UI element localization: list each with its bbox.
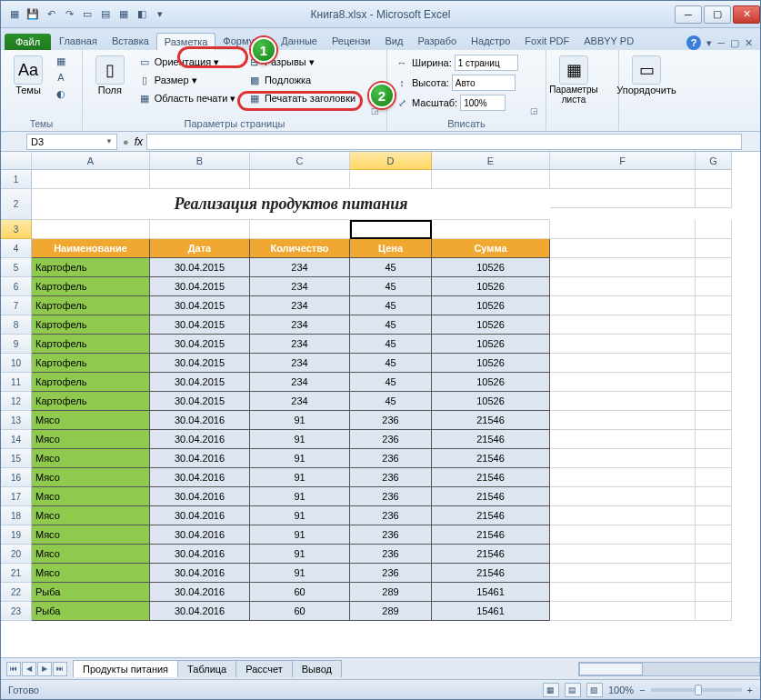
cell-qty[interactable]: 91 <box>250 449 350 468</box>
last-sheet-icon[interactable]: ⏭ <box>53 662 67 676</box>
qat-icon[interactable]: ▤ <box>97 6 114 23</box>
cell-name[interactable]: Рыба <box>32 583 150 602</box>
row-header[interactable]: 9 <box>1 335 32 354</box>
cell-name[interactable]: Мясо <box>32 564 150 583</box>
cell-qty[interactable]: 234 <box>250 277 350 296</box>
arrange-button[interactable]: ▭ Упорядочить <box>625 52 668 95</box>
cell[interactable] <box>696 354 732 373</box>
orientation-button[interactable]: ▭Ориентация ▾ <box>135 54 242 70</box>
cell-sum[interactable]: 10526 <box>432 373 550 392</box>
ribbon-tab[interactable]: Надстро <box>464 33 517 50</box>
cell-price[interactable]: 236 <box>350 506 432 525</box>
redo-icon[interactable]: ↷ <box>61 6 77 23</box>
column-header[interactable]: C <box>250 152 350 170</box>
sheet-options-button[interactable]: ▦ Параметры листа <box>552 52 596 105</box>
cell-qty[interactable]: 234 <box>250 296 350 315</box>
minimize-ribbon-icon[interactable]: ▾ <box>706 37 712 49</box>
ribbon-tab[interactable]: Разметка <box>156 33 216 50</box>
cell-sum[interactable]: 21546 <box>432 411 550 430</box>
cell-date[interactable]: 30.04.2016 <box>150 449 250 468</box>
cell-qty[interactable]: 234 <box>250 258 350 277</box>
ribbon-tab[interactable]: Вставка <box>105 33 156 50</box>
close-button[interactable]: ✕ <box>733 5 760 24</box>
cell[interactable] <box>696 430 732 449</box>
cell-name[interactable]: Картофель <box>32 296 150 315</box>
cell[interactable] <box>150 170 250 189</box>
row-header[interactable]: 16 <box>1 468 32 487</box>
background-button[interactable]: ▩Подложка <box>245 72 381 88</box>
sheet-tab[interactable]: Вывод <box>292 660 342 677</box>
cell[interactable] <box>696 545 732 564</box>
cell-name[interactable]: Картофель <box>32 277 150 296</box>
doc-close-icon[interactable]: ✕ <box>745 37 753 49</box>
cell[interactable] <box>550 602 696 621</box>
page-layout-view-icon[interactable]: ▤ <box>565 683 581 697</box>
row-header[interactable]: 4 <box>1 239 32 258</box>
cell-name[interactable]: Картофель <box>32 373 150 392</box>
colors-icon[interactable]: ▦ <box>54 54 68 68</box>
cell-date[interactable]: 30.04.2016 <box>150 430 250 449</box>
row-header[interactable]: 13 <box>1 411 32 430</box>
size-button[interactable]: ▯Размер ▾ <box>135 72 242 88</box>
cell-name[interactable]: Картофель <box>32 392 150 411</box>
row-header[interactable]: 10 <box>1 354 32 373</box>
cell-qty[interactable]: 91 <box>250 487 350 506</box>
zoom-in-icon[interactable]: + <box>747 685 753 695</box>
cell-qty[interactable]: 234 <box>250 315 350 335</box>
row-header[interactable]: 18 <box>1 506 32 525</box>
cell-date[interactable]: 30.04.2016 <box>150 545 250 564</box>
cell-price[interactable]: 289 <box>350 583 432 602</box>
cell-sum[interactable]: 10526 <box>432 277 550 296</box>
cell-sum[interactable]: 15461 <box>432 602 550 621</box>
cell[interactable] <box>550 545 696 564</box>
cell-name[interactable]: Картофель <box>32 315 150 335</box>
cell-price[interactable]: 45 <box>350 315 432 335</box>
ribbon-tab[interactable]: Данные <box>274 33 325 50</box>
cell[interactable] <box>32 220 150 239</box>
cell-name[interactable]: Мясо <box>32 506 150 525</box>
cell-qty[interactable]: 60 <box>250 583 350 602</box>
cell-price[interactable]: 236 <box>350 468 432 487</box>
cell[interactable] <box>550 239 696 258</box>
cell[interactable] <box>696 487 732 506</box>
zoom-level[interactable]: 100% <box>608 685 634 695</box>
page-break-view-icon[interactable]: ▧ <box>586 683 603 697</box>
doc-min-icon[interactable]: ─ <box>717 37 725 48</box>
cell[interactable] <box>696 449 732 468</box>
qat-icon[interactable]: ▦ <box>115 6 132 23</box>
cell[interactable] <box>550 487 696 506</box>
save-icon[interactable]: 💾 <box>25 6 41 23</box>
margins-button[interactable]: ▯ Поля <box>88 52 132 95</box>
cell-price[interactable]: 236 <box>350 487 432 506</box>
cell-qty[interactable]: 91 <box>250 411 350 430</box>
zoom-slider[interactable] <box>651 688 742 692</box>
row-header[interactable]: 1 <box>1 170 32 189</box>
cell-qty[interactable]: 91 <box>250 468 350 487</box>
maximize-button[interactable]: ▢ <box>704 5 731 24</box>
cell[interactable] <box>550 220 696 239</box>
column-header[interactable]: G <box>696 152 732 170</box>
cell-qty[interactable]: 234 <box>250 354 350 373</box>
cell-price[interactable]: 236 <box>350 525 432 545</box>
cell[interactable] <box>550 525 696 545</box>
column-header[interactable]: D <box>350 152 432 170</box>
cell-name[interactable]: Мясо <box>32 545 150 564</box>
cell-sum[interactable]: 10526 <box>432 392 550 411</box>
qat-icon[interactable]: ▭ <box>79 6 95 23</box>
sheet-tab[interactable]: Продукты питания <box>73 660 178 677</box>
row-header[interactable]: 8 <box>1 315 32 335</box>
cell[interactable] <box>550 315 696 335</box>
width-input[interactable] <box>455 55 518 71</box>
cell[interactable] <box>250 220 350 239</box>
cell[interactable] <box>696 189 732 208</box>
cell[interactable] <box>550 373 696 392</box>
cell[interactable] <box>32 170 150 189</box>
cell[interactable] <box>550 506 696 525</box>
cell-date[interactable]: 30.04.2015 <box>150 296 250 315</box>
cell[interactable] <box>550 335 696 354</box>
cell-date[interactable]: 30.04.2016 <box>150 525 250 545</box>
formula-input[interactable] <box>146 134 742 150</box>
row-header[interactable]: 19 <box>1 525 32 545</box>
zoom-out-icon[interactable]: − <box>639 685 645 695</box>
cell-price[interactable]: 236 <box>350 545 432 564</box>
